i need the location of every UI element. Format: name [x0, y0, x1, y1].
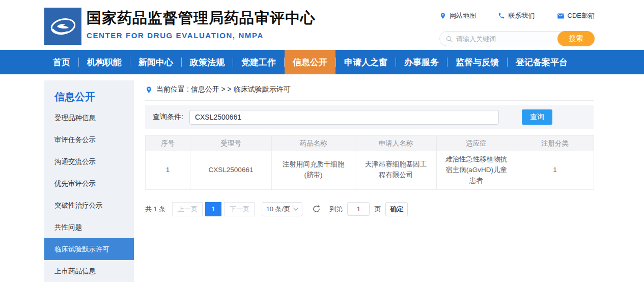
breadcrumb: 当前位置 : 信息公开 > > 临床试验默示许可	[145, 85, 594, 101]
envelope-icon	[557, 12, 565, 20]
query-button[interactable]: 查询	[522, 109, 552, 125]
search-button[interactable]: 搜索	[557, 31, 595, 46]
contact-us-link-label: 联系我们	[508, 11, 535, 20]
column-header-drug-name: 药品名称	[272, 136, 355, 151]
sidebar-item-marketed-drugs[interactable]: 上市药品信息	[44, 260, 134, 282]
cell-drug-name: 注射用间充质干细胞(脐带)	[272, 151, 355, 190]
goto-label: 到第	[329, 205, 343, 214]
column-header-index: 序号	[146, 136, 190, 151]
site-header: 国家药品监督管理局药品审评中心 CENTER FOR DRUG EVALUATI…	[0, 0, 644, 50]
sidebar-item-communication[interactable]: 沟通交流公示	[44, 151, 134, 173]
column-header-applicant: 申请人名称	[355, 136, 437, 151]
query-input[interactable]	[189, 110, 499, 125]
cde-logo-icon	[44, 8, 81, 45]
page-size-select[interactable]: 10 条/页	[262, 202, 302, 216]
sidebar-item-review-tasks[interactable]: 审评任务公示	[44, 129, 134, 151]
cell-index: 1	[146, 151, 190, 190]
page-number-button[interactable]: 1	[205, 202, 221, 216]
cell-acceptance-no: CXSL2500661	[190, 151, 272, 190]
sitemap-link[interactable]: 网站地图	[439, 11, 476, 20]
column-header-indication: 适应症	[437, 136, 516, 151]
column-header-registration-class: 注册分类	[516, 136, 594, 151]
table-row: 1 CXSL2500661 注射用间充质干细胞(脐带) 天津昂赛细胞基因工程有限…	[146, 151, 594, 190]
query-panel: 查询条件: 查询	[145, 105, 594, 129]
goto-unit-label: 页	[374, 205, 381, 214]
prev-page-button[interactable]: 上一页	[172, 202, 203, 216]
nav-item-home[interactable]: 首页	[45, 50, 78, 74]
query-label: 查询条件:	[153, 112, 183, 122]
column-header-acceptance-no: 受理号	[190, 136, 272, 151]
chevron-down-icon	[293, 208, 298, 211]
sidebar-item-common-issues[interactable]: 共性问题	[44, 216, 134, 238]
sitemap-link-label: 网站地图	[450, 11, 476, 20]
cell-applicant: 天津昂赛细胞基因工程有限公司	[355, 151, 437, 190]
pagination: 共 1 条 上一页 1 下一页 10 条/页 到第 页 确定	[145, 202, 594, 216]
brand: 国家药品监督管理局药品审评中心 CENTER FOR DRUG EVALUATI…	[87, 8, 316, 40]
page-size-value: 10 条/页	[266, 205, 291, 214]
quick-links: 网站地图 联系我们 CDE邮箱	[439, 11, 595, 20]
nav-item-policies[interactable]: 政策法规	[182, 50, 233, 74]
location-pin-icon	[439, 12, 446, 19]
next-page-button[interactable]: 下一页	[224, 202, 255, 216]
breadcrumb-text: 当前位置 : 信息公开 > > 临床试验默示许可	[156, 85, 291, 94]
nav-item-registration-platform[interactable]: 登记备案平台	[508, 50, 576, 74]
results-table: 序号 受理号 药品名称 申请人名称 适应症 注册分类 1 CXSL2500661…	[145, 135, 594, 190]
goto-page-input[interactable]	[347, 202, 370, 216]
nav-item-news[interactable]: 新闻中心	[130, 50, 181, 74]
cell-registration-class: 1	[516, 151, 594, 190]
phone-icon	[498, 12, 505, 19]
sidebar-item-clinical-trial-implied-license[interactable]: 临床试验默示许可	[44, 238, 134, 260]
nav-item-services[interactable]: 办事服务	[396, 50, 447, 74]
location-pin-icon	[145, 86, 153, 94]
search-icon	[445, 35, 453, 43]
nav-item-party-building[interactable]: 党建工作	[233, 50, 284, 74]
header-search: 搜索	[439, 31, 595, 46]
site-title: 国家药品监督管理局药品审评中心	[87, 8, 316, 29]
sidebar: 信息公开 受理品种信息 审评任务公示 沟通交流公示 优先审评公示 突破性治疗公示…	[44, 80, 134, 282]
contact-us-link[interactable]: 联系我们	[498, 11, 535, 20]
main-nav: 首页 机构职能 新闻中心 政策法规 党建工作 信息公开 申请人之窗 办事服务 监…	[0, 50, 644, 74]
sidebar-title: 信息公开	[44, 80, 134, 107]
nav-item-supervision-feedback[interactable]: 监督与反馈	[447, 50, 507, 74]
cell-indication: 难治性急性移植物抗宿主病(aGvHD)儿童患者	[437, 151, 516, 190]
total-count: 共 1 条	[145, 205, 165, 214]
main-content: 当前位置 : 信息公开 > > 临床试验默示许可 查询条件: 查询 序号 受理号…	[145, 85, 594, 216]
sidebar-item-breakthrough-therapy[interactable]: 突破性治疗公示	[44, 194, 134, 216]
cde-mail-link-label: CDE邮箱	[568, 11, 595, 20]
nav-item-info-disclosure[interactable]: 信息公开	[285, 50, 335, 74]
refresh-icon[interactable]	[312, 205, 321, 213]
cde-mail-link[interactable]: CDE邮箱	[557, 11, 595, 20]
table-header-row: 序号 受理号 药品名称 申请人名称 适应症 注册分类	[146, 136, 594, 151]
nav-item-applicant-window[interactable]: 申请人之窗	[336, 50, 396, 74]
page: 国家药品监督管理局药品审评中心 CENTER FOR DRUG EVALUATI…	[0, 0, 644, 282]
nav-item-functions[interactable]: 机构职能	[79, 50, 130, 74]
sidebar-item-accepted-varieties[interactable]: 受理品种信息	[44, 107, 134, 129]
site-subtitle: CENTER FOR DRUG EVALUATION, NMPA	[87, 31, 316, 40]
confirm-button[interactable]: 确定	[385, 202, 408, 216]
sidebar-item-priority-review[interactable]: 优先审评公示	[44, 173, 134, 194]
